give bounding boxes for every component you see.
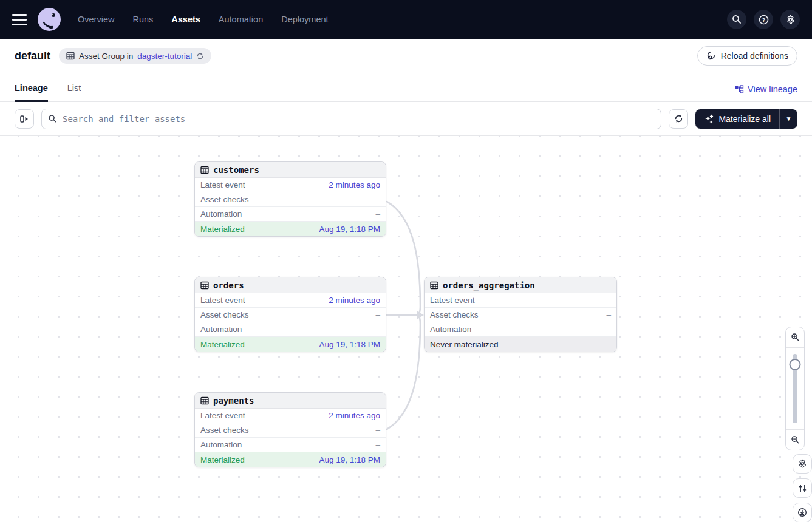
- badge-prefix: Asset Group in: [79, 52, 133, 61]
- tab-list[interactable]: List: [67, 83, 81, 101]
- graph-filters-icon[interactable]: [793, 478, 812, 498]
- row-value: –: [375, 310, 380, 319]
- search-input-icon: [48, 114, 57, 126]
- asset-node-orders-aggregation[interactable]: orders_aggregation Latest event Asset ch…: [424, 277, 617, 352]
- page-title: default: [15, 50, 50, 63]
- asset-name: orders_aggregation: [443, 280, 535, 290]
- help-icon[interactable]: ?: [754, 10, 773, 29]
- sync-icon[interactable]: [196, 52, 204, 60]
- asset-name: orders: [213, 280, 244, 290]
- latest-event-link[interactable]: 2 minutes ago: [329, 411, 380, 420]
- logo-tentacles-icon: [38, 8, 61, 31]
- materialize-all-button[interactable]: Materialize all: [695, 109, 779, 129]
- row-label: Asset checks: [200, 426, 249, 435]
- page-header: default Asset Group in dagster-tutorial …: [0, 39, 812, 73]
- table-icon: [200, 166, 209, 174]
- zoom-controls: [785, 327, 805, 450]
- latest-event-link[interactable]: 2 minutes ago: [329, 296, 380, 305]
- asset-search: [41, 109, 661, 129]
- asset-group-badge: Asset Group in dagster-tutorial: [59, 48, 211, 64]
- zoom-slider[interactable]: [786, 348, 804, 429]
- asset-name: payments: [213, 396, 254, 406]
- asset-name: customers: [213, 165, 259, 175]
- zoom-in-icon[interactable]: [786, 327, 804, 348]
- row-label: Asset checks: [200, 195, 249, 204]
- row-value: –: [375, 440, 380, 449]
- asset-node-customers[interactable]: customers Latest event2 minutes ago Asse…: [194, 161, 386, 237]
- status-label: Materialized: [200, 455, 245, 464]
- primary-nav: Overview Runs Assets Automation Deployme…: [78, 15, 329, 24]
- recenter-view-icon[interactable]: [793, 503, 812, 522]
- materialization-time-link[interactable]: Aug 19, 1:18 PM: [319, 225, 380, 234]
- nav-item-assets[interactable]: Assets: [171, 15, 200, 24]
- hamburger-menu-icon[interactable]: [12, 11, 29, 28]
- materialize-split-button: Materialize all ▼: [695, 109, 797, 129]
- row-label: Latest event: [200, 296, 245, 305]
- badge-repo-link[interactable]: dagster-tutorial: [137, 52, 192, 61]
- row-value: –: [375, 209, 380, 219]
- reload-definitions-label: Reload definitions: [721, 51, 788, 61]
- nav-item-runs[interactable]: Runs: [132, 15, 153, 24]
- nav-item-deployment[interactable]: Deployment: [281, 15, 328, 24]
- row-value: –: [606, 325, 611, 334]
- top-navbar: Overview Runs Assets Automation Deployme…: [0, 0, 812, 39]
- tab-lineage[interactable]: Lineage: [15, 83, 48, 101]
- refresh-icon[interactable]: [669, 109, 688, 129]
- row-label: Asset checks: [430, 310, 479, 319]
- dagster-logo[interactable]: [38, 8, 61, 31]
- row-value: –: [375, 426, 380, 435]
- table-icon: [200, 396, 209, 405]
- status-label: Never materialized: [430, 340, 499, 349]
- materialize-all-label: Materialize all: [718, 114, 771, 124]
- row-value: –: [375, 195, 380, 204]
- row-value: –: [375, 325, 380, 334]
- materialization-time-link[interactable]: Aug 19, 1:18 PM: [319, 455, 380, 464]
- row-label: Automation: [200, 440, 242, 449]
- status-label: Materialized: [200, 340, 245, 349]
- expand-panel-icon[interactable]: [15, 109, 34, 129]
- asset-node-payments[interactable]: payments Latest event2 minutes ago Asset…: [194, 392, 386, 467]
- nav-item-automation[interactable]: Automation: [219, 15, 263, 24]
- status-row: MaterializedAug 19, 1:18 PM: [195, 222, 386, 236]
- status-label: Materialized: [200, 225, 245, 234]
- lineage-toolbar: Materialize all ▼: [0, 102, 812, 136]
- row-label: Latest event: [200, 411, 245, 420]
- reload-definitions-button[interactable]: Reload definitions: [697, 46, 797, 66]
- zoom-slider-knob[interactable]: [790, 359, 801, 370]
- lineage-canvas[interactable]: customers Latest event2 minutes ago Asse…: [0, 136, 812, 530]
- view-lineage-link[interactable]: View lineage: [735, 84, 797, 101]
- row-label: Automation: [430, 325, 471, 334]
- table-icon: [200, 281, 209, 290]
- reload-icon: [706, 51, 716, 61]
- lineage-graph-icon: [735, 85, 744, 94]
- status-row: MaterializedAug 19, 1:18 PM: [195, 337, 386, 352]
- zoom-out-icon[interactable]: [786, 429, 804, 450]
- tabs-bar: Lineage List View lineage: [0, 73, 812, 102]
- search-icon[interactable]: [727, 10, 746, 29]
- row-label: Latest event: [200, 180, 245, 189]
- status-row: Never materialized: [425, 337, 616, 352]
- row-label: Automation: [200, 209, 242, 219]
- nav-item-overview[interactable]: Overview: [78, 15, 114, 24]
- graph-settings-icon[interactable]: [793, 454, 812, 474]
- svg-text:?: ?: [762, 16, 765, 23]
- gear-icon[interactable]: [780, 10, 800, 29]
- row-label: Automation: [200, 325, 242, 334]
- materialization-time-link[interactable]: Aug 19, 1:18 PM: [319, 340, 380, 349]
- row-label: Latest event: [430, 296, 475, 305]
- status-row: MaterializedAug 19, 1:18 PM: [195, 452, 386, 467]
- row-value: –: [606, 310, 611, 319]
- table-icon: [430, 281, 438, 290]
- materialize-dropdown-caret[interactable]: ▼: [779, 109, 797, 129]
- view-lineage-label: View lineage: [748, 84, 797, 94]
- table-icon: [66, 52, 75, 60]
- row-label: Asset checks: [200, 310, 249, 319]
- latest-event-link[interactable]: 2 minutes ago: [329, 180, 380, 189]
- asset-node-orders[interactable]: orders Latest event2 minutes ago Asset c…: [194, 277, 386, 352]
- sparkle-icon: [704, 114, 714, 124]
- search-input[interactable]: [41, 109, 661, 129]
- lineage-edges: [0, 136, 812, 530]
